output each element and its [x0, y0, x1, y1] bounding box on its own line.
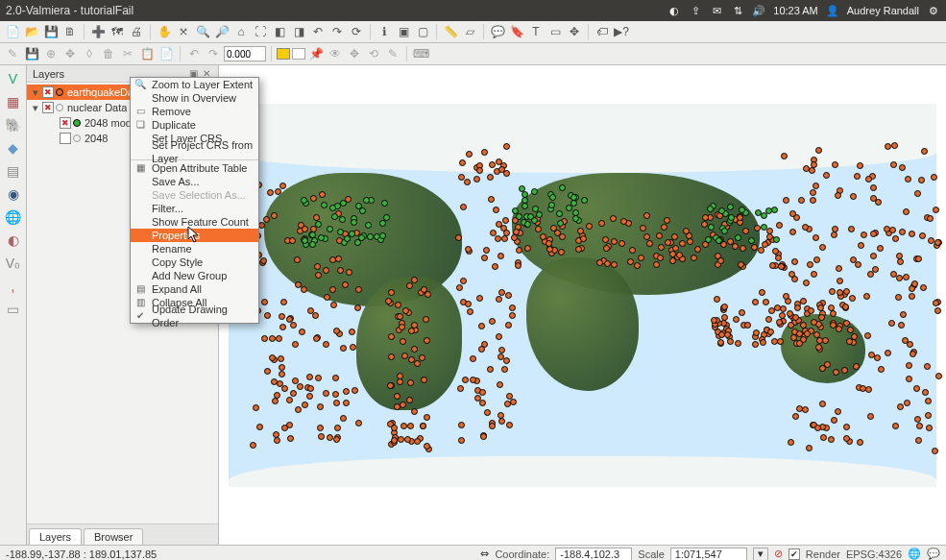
scale-value[interactable]: 1:071,547	[670, 548, 747, 561]
map-canvas[interactable]	[219, 65, 946, 545]
context-menu-item[interactable]: Show Feature Count	[131, 215, 258, 229]
zoom-next-button[interactable]: ↷	[328, 23, 346, 40]
label-change-button[interactable]: ✎	[384, 45, 401, 62]
context-menu-item[interactable]: Save As...	[131, 175, 258, 188]
text-annotation-button[interactable]: T	[527, 23, 545, 40]
label-bg-swatch[interactable]	[277, 48, 290, 60]
select-button[interactable]: ▣	[395, 23, 412, 40]
render-checkbox[interactable]	[788, 548, 800, 560]
user-icon[interactable]: 👤	[826, 4, 839, 17]
context-menu-item[interactable]: Filter...	[131, 202, 258, 215]
bookmark-button[interactable]: 🔖	[508, 23, 525, 40]
clock-text[interactable]: 10:23 AM	[773, 5, 817, 16]
add-wfs-icon[interactable]: V₀	[4, 254, 23, 273]
expand-toggle-icon[interactable]: ▾	[31, 102, 40, 114]
context-menu-item[interactable]: Copy Style	[131, 256, 258, 269]
deselect-button[interactable]: ▢	[414, 23, 431, 40]
form-annotation-button[interactable]: ▭	[546, 23, 564, 40]
add-spatialite-icon[interactable]: ◆	[4, 138, 23, 158]
context-menu-item[interactable]: ▤Expand All	[131, 282, 258, 296]
label-pin-button[interactable]: 📌	[307, 45, 325, 62]
tab-layers[interactable]: Layers	[29, 528, 82, 545]
layer-visibility-checkbox[interactable]	[42, 86, 54, 98]
context-menu-item[interactable]: Rename	[131, 242, 258, 256]
save-project-button[interactable]: 💾	[42, 23, 60, 40]
context-menu-item[interactable]: 🔍Zoom to Layer Extent	[131, 78, 258, 91]
update-icon[interactable]: ⇪	[689, 4, 702, 17]
add-delimited-icon[interactable]: ,	[4, 277, 23, 296]
zoom-layer-button[interactable]: ◨	[290, 23, 307, 40]
crs-button[interactable]: 🌐	[908, 548, 921, 560]
map-tips-button[interactable]: 💬	[489, 23, 506, 40]
add-feature-button[interactable]: ⊕	[42, 45, 60, 62]
add-oracle-icon[interactable]: ◉	[4, 184, 23, 204]
measure-line-button[interactable]: 📏	[442, 23, 459, 40]
context-menu-item[interactable]: ▦Open Attribute Table	[131, 161, 258, 175]
move-annotation-button[interactable]: ✥	[566, 23, 583, 40]
offset-value-input[interactable]	[224, 46, 266, 61]
label-bg-swatch-2[interactable]	[292, 48, 305, 60]
new-project-button[interactable]: 📄	[4, 23, 21, 40]
add-mssql-icon[interactable]: ▤	[4, 161, 23, 181]
tab-browser[interactable]: Browser	[84, 528, 143, 545]
add-raster-icon[interactable]: ▦	[4, 92, 23, 111]
cut-button[interactable]: ✂	[119, 45, 136, 62]
layer-visibility-checkbox[interactable]	[60, 133, 71, 144]
toggle-extents-icon[interactable]: ⇔	[480, 548, 489, 560]
context-menu-item[interactable]: Add New Group	[131, 269, 258, 282]
context-menu-item[interactable]: ❏Duplicate	[131, 118, 258, 132]
layer-context-menu[interactable]: 🔍Zoom to Layer ExtentShow in Overview▭Re…	[130, 77, 259, 324]
messages-icon[interactable]: 💬	[927, 548, 940, 560]
add-raster-button[interactable]: 🗺	[109, 23, 126, 40]
copy-button[interactable]: 📋	[138, 45, 156, 62]
save-as-button[interactable]: 🗎	[61, 23, 79, 40]
zoom-in-button[interactable]: 🔍	[194, 23, 211, 40]
context-menu-item[interactable]: Properties	[131, 229, 258, 242]
print-composer-button[interactable]: 🖨	[128, 23, 145, 40]
paste-button[interactable]: 📄	[158, 45, 175, 62]
add-vector-button[interactable]: ➕	[89, 23, 107, 40]
measure-area-button[interactable]: ▱	[461, 23, 478, 40]
add-vector-icon[interactable]: V	[4, 69, 23, 88]
undo-button[interactable]: ↶	[185, 45, 203, 62]
mail-icon[interactable]: ✉	[710, 4, 723, 17]
whats-this-button[interactable]: ▶?	[613, 23, 630, 40]
user-name[interactable]: Audrey Randall	[847, 5, 919, 16]
redo-button[interactable]: ↷	[205, 45, 222, 62]
add-wms-icon[interactable]: 🌐	[4, 207, 23, 227]
pan-to-selection-button[interactable]: ⤧	[175, 23, 192, 40]
context-menu-item[interactable]: Set Project CRS from Layer	[131, 145, 258, 158]
coordinate-value[interactable]: -188.4,102.3	[555, 548, 632, 561]
context-menu-item[interactable]: ✔Update Drawing Order	[131, 309, 258, 323]
save-edits-button[interactable]: 💾	[23, 45, 40, 62]
network-icon[interactable]: ⇅	[731, 4, 744, 17]
stop-render-icon[interactable]: ⊘	[774, 548, 783, 560]
zoom-full-button[interactable]: ⛶	[252, 23, 269, 40]
add-wcs-icon[interactable]: ◐	[4, 231, 23, 250]
python-console-button[interactable]: ⌨	[412, 45, 429, 62]
edit-toggle-button[interactable]: ✎	[4, 45, 21, 62]
zoom-native-button[interactable]: ⌂	[232, 23, 250, 40]
context-menu-item[interactable]: ▭Remove	[131, 105, 258, 118]
layer-visibility-checkbox[interactable]	[42, 102, 54, 113]
zoom-last-button[interactable]: ↶	[309, 23, 327, 40]
layer-visibility-checkbox[interactable]	[60, 117, 71, 129]
gear-icon[interactable]: ⚙	[927, 4, 940, 17]
node-tool-button[interactable]: ◊	[81, 45, 98, 62]
delete-selected-button[interactable]: 🗑	[100, 45, 117, 62]
add-postgis-icon[interactable]: 🐘	[4, 115, 23, 134]
zoom-selection-button[interactable]: ◧	[271, 23, 288, 40]
volume-icon[interactable]: 🔊	[752, 4, 765, 17]
labeling-button[interactable]: 🏷	[594, 23, 611, 40]
label-hide-button[interactable]: 👁	[327, 45, 344, 62]
identify-button[interactable]: ℹ	[376, 23, 393, 40]
context-menu-item[interactable]: Show in Overview	[131, 91, 258, 105]
scale-dropdown-button[interactable]: ▾	[753, 548, 768, 561]
refresh-button[interactable]: ⟳	[348, 23, 365, 40]
pan-button[interactable]: ✋	[156, 23, 173, 40]
move-feature-button[interactable]: ✥	[61, 45, 79, 62]
zoom-out-button[interactable]: 🔎	[213, 23, 230, 40]
open-project-button[interactable]: 📂	[23, 23, 40, 40]
label-move-button[interactable]: ✥	[346, 45, 363, 62]
chrome-icon[interactable]: ◐	[667, 4, 681, 17]
